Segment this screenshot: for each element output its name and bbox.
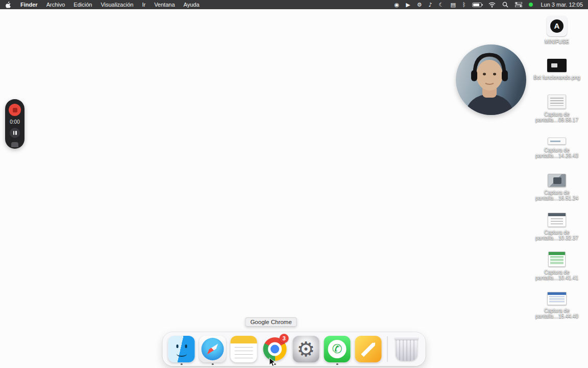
menu-visualizacion[interactable]: Visualización xyxy=(101,2,133,8)
running-indicator xyxy=(336,363,338,365)
menu-ayuda[interactable]: Ayuda xyxy=(184,2,200,8)
desktop-icon-minifuse[interactable]: MINIFUSE xyxy=(527,10,587,50)
mouse-cursor xyxy=(269,357,276,368)
desktop-icon-captura-09-56-17[interactable]: Captura de pantalla…09.56.17 xyxy=(527,89,587,128)
desktop-icon-label: Captura de pantalla…16.51.24 xyxy=(532,190,581,201)
menu-edicion[interactable]: Edición xyxy=(74,2,92,8)
captura-16-51-24-thumbnail xyxy=(548,174,566,187)
active-app-name[interactable]: Finder xyxy=(20,2,38,8)
bot-funcionando-thumbnail xyxy=(547,59,567,72)
recording-timer: 0:00 xyxy=(10,119,19,125)
captura-09-56-17-thumbnail xyxy=(548,95,566,109)
desktop-icon-bot-funcionando[interactable]: Bot funcionando.png xyxy=(527,50,587,89)
desktop-icon-captura-10-32-37[interactable]: Captura de pantalla…10.32.37 xyxy=(527,207,587,246)
desktop-icon-label: Captura de pantalla…14.26.43 xyxy=(532,147,581,158)
dock-item-pencil-app[interactable] xyxy=(355,334,382,364)
desktop-icon-captura-15-44-40[interactable]: Captura de pantalla…15.44.40 xyxy=(527,286,587,325)
safari-icon xyxy=(200,336,226,362)
desktop-icon-captura-14-26-43[interactable]: Captura de pantalla…14.26.43 xyxy=(527,128,587,168)
dock-tooltip: Google Chrome xyxy=(245,317,297,327)
webcam-overlay[interactable] xyxy=(456,44,526,115)
pencil-app-icon xyxy=(355,336,382,362)
webcam-video xyxy=(456,44,526,115)
finder-icon xyxy=(168,336,195,362)
dock-item-finder[interactable] xyxy=(168,334,195,364)
menu-bar: Finder ArchivoEdiciónVisualizaciónIrVent… xyxy=(0,0,588,9)
notes-icon xyxy=(231,336,257,362)
trash-icon xyxy=(396,337,418,361)
control-center-icon[interactable] xyxy=(515,2,522,7)
menu-ir[interactable]: Ir xyxy=(142,2,145,8)
dock-item-system-settings[interactable] xyxy=(293,334,320,364)
dock-item-trash[interactable] xyxy=(394,334,420,364)
focus-moon-icon[interactable]: ☾ xyxy=(439,2,444,8)
captura-10-32-37-thumbnail xyxy=(548,213,566,227)
captura-10-41-41-thumbnail xyxy=(548,251,566,267)
wifi-icon[interactable] xyxy=(488,2,496,8)
airplay-icon[interactable]: ▶ xyxy=(406,2,410,8)
apple-menu-icon[interactable] xyxy=(5,1,11,8)
battery-icon[interactable] xyxy=(472,3,482,7)
dock-item-notes[interactable] xyxy=(231,334,257,364)
dock: 3 xyxy=(163,332,426,366)
record-stop-button[interactable] xyxy=(9,104,21,116)
desktop-icon-label: Captura de pantalla…10.32.37 xyxy=(532,229,581,241)
screen-recorder-widget: 0:00 xyxy=(5,99,24,149)
menu-archivo[interactable]: Archivo xyxy=(46,2,65,8)
desktop-icon-label: MINIFUSE xyxy=(545,39,569,44)
desktop-icon-label: Captura de pantalla…10.41.41 xyxy=(532,269,581,281)
display-icon[interactable]: ▤ xyxy=(450,2,455,8)
bluetooth-icon[interactable]: ᛒ xyxy=(462,2,466,8)
dock-item-whatsapp[interactable] xyxy=(324,334,351,364)
dock-separator xyxy=(387,336,388,362)
volume-icon[interactable]: ♪ xyxy=(429,2,432,8)
camera-toggle-icon[interactable] xyxy=(11,142,18,147)
desktop-icon-captura-10-41-41[interactable]: Captura de pantalla…10.41.41 xyxy=(527,246,587,286)
menu-bar-clock[interactable]: Lun 3 mar. 12:05 xyxy=(541,2,583,8)
system-settings-icon xyxy=(293,336,320,362)
camera-active-indicator[interactable] xyxy=(529,3,533,7)
gear-icon[interactable]: ⚙ xyxy=(417,2,422,8)
desktop-icon-column: MINIFUSEBot funcionando.pngCaptura de pa… xyxy=(527,10,587,325)
desktop-icon-label: Captura de pantalla…09.56.17 xyxy=(532,111,581,123)
captura-15-44-40-thumbnail xyxy=(547,292,567,305)
search-icon[interactable] xyxy=(502,2,508,8)
pause-button[interactable] xyxy=(10,128,20,138)
screen-mirroring-icon[interactable]: ◉ xyxy=(395,2,400,8)
minifuse-thumbnail xyxy=(547,16,567,36)
menu-ventana[interactable]: Ventana xyxy=(154,2,175,8)
running-indicator xyxy=(181,363,183,365)
captura-14-26-43-thumbnail xyxy=(548,137,566,145)
notification-badge: 3 xyxy=(280,334,289,343)
running-indicator xyxy=(212,363,214,365)
whatsapp-icon xyxy=(324,336,351,362)
desktop-icon-label: Bot funcionando.png xyxy=(533,75,580,80)
desktop-icon-label: Captura de pantalla…15.44.40 xyxy=(532,308,581,319)
dock-item-safari[interactable] xyxy=(200,334,226,364)
desktop-icon-captura-16-51-24[interactable]: Captura de pantalla…16.51.24 xyxy=(527,168,587,207)
